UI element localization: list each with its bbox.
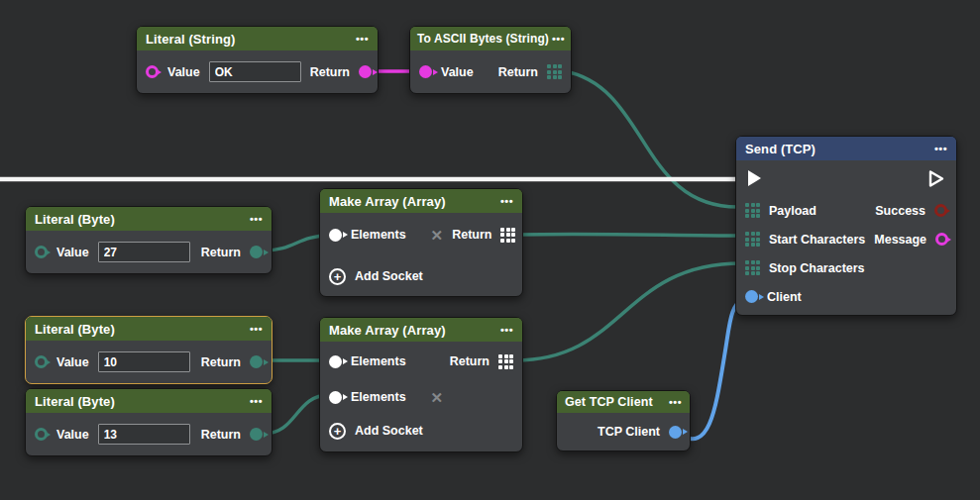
return-array-socket[interactable] bbox=[500, 228, 515, 243]
return-output-socket[interactable] bbox=[250, 246, 263, 258]
elements-input-socket[interactable] bbox=[329, 355, 342, 368]
node-title: Literal (Byte) bbox=[35, 322, 115, 337]
stop-characters-label: Stop Characters bbox=[769, 261, 865, 275]
add-socket-label: Add Socket bbox=[355, 269, 423, 283]
node-title: Literal (Byte) bbox=[35, 394, 115, 409]
node-header[interactable]: Literal (String) ••• bbox=[137, 27, 378, 50]
value-label: Value bbox=[56, 355, 89, 369]
node-title: Get TCP Client bbox=[565, 395, 653, 409]
elements-input-socket[interactable] bbox=[329, 391, 342, 404]
value-field[interactable] bbox=[209, 61, 301, 82]
node-literal-byte-13[interactable]: Literal (Byte) ••• Value Return bbox=[25, 388, 272, 456]
success-output-socket[interactable] bbox=[934, 204, 947, 217]
node-literal-string[interactable]: Literal (String) ••• Value Return bbox=[136, 26, 379, 94]
node-make-array-2[interactable]: Make Array (Array) ••• Elements Return E… bbox=[319, 317, 523, 452]
wire-array1-to-startchars[interactable] bbox=[515, 234, 741, 236]
return-output-socket[interactable] bbox=[250, 355, 263, 368]
stop-characters-array-socket[interactable] bbox=[745, 260, 760, 275]
node-header[interactable]: Literal (Byte) ••• bbox=[26, 389, 272, 413]
node-to-ascii-bytes[interactable]: To ASCII Bytes (String) ••• Value Return bbox=[409, 26, 572, 94]
add-socket-icon[interactable]: + bbox=[329, 268, 346, 285]
menu-dots-icon[interactable]: ••• bbox=[250, 323, 263, 335]
value-label: Value bbox=[441, 65, 474, 79]
node-literal-byte-10[interactable]: Literal (Byte) ••• Value Return bbox=[25, 316, 272, 384]
tcp-client-label: TCP Client bbox=[598, 425, 660, 439]
return-label: Return bbox=[450, 354, 490, 368]
payload-array-socket[interactable] bbox=[745, 203, 760, 218]
menu-dots-icon[interactable]: ••• bbox=[500, 195, 513, 207]
value-label: Value bbox=[56, 428, 89, 442]
node-title: Make Array (Array) bbox=[329, 323, 446, 338]
menu-dots-icon[interactable]: ••• bbox=[552, 33, 565, 45]
menu-dots-icon[interactable]: ••• bbox=[500, 324, 513, 336]
return-output-socket[interactable] bbox=[250, 428, 263, 441]
menu-dots-icon[interactable]: ••• bbox=[250, 213, 263, 225]
value-field[interactable] bbox=[98, 242, 190, 262]
flow-in-socket[interactable] bbox=[747, 169, 763, 187]
start-characters-array-socket[interactable] bbox=[745, 232, 760, 247]
return-array-socket[interactable] bbox=[547, 64, 562, 79]
node-title: Send (TCP) bbox=[745, 142, 816, 156]
add-socket-label: Add Socket bbox=[355, 424, 423, 438]
menu-dots-icon[interactable]: ••• bbox=[356, 33, 369, 45]
value-input-socket[interactable] bbox=[146, 65, 159, 78]
node-literal-byte-27[interactable]: Literal (Byte) ••• Value Return bbox=[25, 206, 272, 274]
node-header[interactable]: Literal (Byte) ••• bbox=[26, 207, 272, 231]
node-header[interactable]: Literal (Byte) ••• bbox=[26, 317, 272, 341]
node-send-tcp[interactable]: Send (TCP) ••• Payload Success Start Cha… bbox=[735, 136, 957, 316]
return-label: Return bbox=[498, 65, 538, 79]
value-field[interactable] bbox=[98, 351, 190, 372]
node-header[interactable]: Send (TCP) ••• bbox=[736, 137, 956, 160]
flow-out-socket[interactable] bbox=[928, 169, 945, 188]
node-make-array-1[interactable]: Make Array (Array) ••• Elements ✕ Return… bbox=[319, 188, 523, 297]
value-input-socket[interactable] bbox=[419, 65, 432, 78]
start-characters-label: Start Characters bbox=[769, 233, 865, 247]
message-output-socket[interactable] bbox=[935, 233, 948, 246]
add-socket-icon[interactable]: + bbox=[329, 423, 346, 440]
value-input-socket[interactable] bbox=[35, 355, 48, 368]
return-label: Return bbox=[201, 355, 241, 369]
menu-dots-icon[interactable]: ••• bbox=[669, 396, 682, 408]
return-label: Return bbox=[452, 228, 491, 242]
node-get-tcp-client[interactable]: Get TCP Client ••• TCP Client bbox=[556, 390, 691, 451]
node-header[interactable]: To ASCII Bytes (String) ••• bbox=[410, 27, 571, 50]
wire-ascii-to-payload[interactable] bbox=[565, 71, 741, 207]
menu-dots-icon[interactable]: ••• bbox=[934, 143, 947, 154]
message-label: Message bbox=[874, 233, 926, 247]
node-title: Literal (Byte) bbox=[35, 212, 115, 227]
elements-label: Elements bbox=[351, 390, 406, 404]
elements-label: Elements bbox=[351, 354, 406, 368]
node-title: Literal (String) bbox=[146, 32, 235, 47]
return-output-socket[interactable] bbox=[359, 65, 372, 78]
return-array-socket[interactable] bbox=[498, 354, 513, 369]
client-label: Client bbox=[767, 290, 802, 304]
return-label: Return bbox=[201, 428, 241, 442]
return-label: Return bbox=[310, 65, 350, 79]
node-header[interactable]: Get TCP Client ••• bbox=[557, 391, 690, 413]
value-input-socket[interactable] bbox=[35, 246, 48, 258]
node-header[interactable]: Make Array (Array) ••• bbox=[320, 318, 522, 342]
elements-label: Elements bbox=[351, 228, 406, 242]
node-title: To ASCII Bytes (String) bbox=[417, 32, 549, 46]
return-label: Return bbox=[201, 246, 241, 259]
value-field[interactable] bbox=[98, 424, 190, 445]
delete-socket-icon[interactable]: ✕ bbox=[431, 228, 444, 243]
tcp-client-output-socket[interactable] bbox=[669, 426, 682, 439]
success-label: Success bbox=[875, 204, 926, 218]
payload-label: Payload bbox=[769, 204, 817, 218]
value-input-socket[interactable] bbox=[35, 428, 48, 441]
elements-input-socket[interactable] bbox=[329, 229, 342, 242]
node-editor-canvas[interactable]: { "colors": { "background": "#2c2d2e", "… bbox=[0, 0, 980, 500]
delete-socket-icon[interactable]: ✕ bbox=[431, 390, 444, 405]
value-label: Value bbox=[56, 246, 89, 259]
value-label: Value bbox=[167, 65, 200, 79]
menu-dots-icon[interactable]: ••• bbox=[250, 395, 263, 407]
client-input-socket[interactable] bbox=[745, 290, 758, 303]
node-header[interactable]: Make Array (Array) ••• bbox=[320, 189, 522, 213]
node-title: Make Array (Array) bbox=[329, 194, 446, 209]
wire-array2-to-stopchars[interactable] bbox=[515, 263, 741, 360]
